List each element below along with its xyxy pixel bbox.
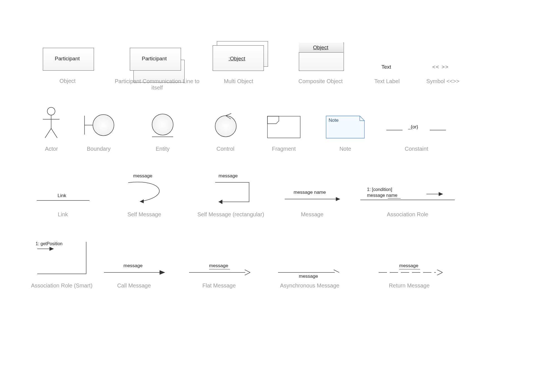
assocsmart-caption: Association Role (Smart) xyxy=(26,282,98,289)
assoc-underline xyxy=(388,198,401,199)
asyncmsg-caption: Asynchronous Message xyxy=(274,282,346,289)
svg-line-31 xyxy=(245,270,250,272)
svg-line-3 xyxy=(45,128,51,138)
callmsg-icon xyxy=(104,270,165,275)
object-caption: Object xyxy=(31,78,104,84)
selfrect-icon xyxy=(210,180,252,205)
note-text: Note xyxy=(329,118,339,123)
selfrect-caption: Self Message (rectangular) xyxy=(192,211,270,218)
entity-caption: Entity xyxy=(126,146,199,152)
flatmsg-icon xyxy=(189,270,250,275)
retmsg-underline xyxy=(399,269,420,269)
svg-marker-20 xyxy=(336,197,340,201)
svg-point-10 xyxy=(215,116,236,137)
fragment-icon xyxy=(267,116,301,138)
svg-line-4 xyxy=(51,128,57,138)
svg-marker-29 xyxy=(160,270,165,275)
message-text: message name xyxy=(294,190,326,195)
selfrect-caption-text: Self Message (rectangular) xyxy=(197,211,264,217)
entity-icon xyxy=(149,113,177,140)
control-icon xyxy=(212,113,240,138)
note-caption: Note xyxy=(309,146,381,152)
svg-line-11 xyxy=(226,113,231,116)
assoc-line2: message name xyxy=(367,193,397,198)
svg-marker-23 xyxy=(439,192,443,196)
symbol-text: << >> xyxy=(432,64,449,70)
svg-line-34 xyxy=(334,270,339,272)
selfmsg-caption: Self Message xyxy=(108,211,180,218)
svg-marker-27 xyxy=(49,247,54,251)
multi-caption: Multi Object xyxy=(202,78,275,85)
callmsg-caption: Call Message xyxy=(98,282,170,289)
svg-point-8 xyxy=(152,114,173,135)
svg-point-7 xyxy=(93,115,114,136)
diagram-canvas: Participant Object Participant Participa… xyxy=(0,0,556,392)
svg-marker-18 xyxy=(219,200,222,204)
link-text: Link xyxy=(58,193,66,199)
callmsg-text: message xyxy=(123,263,143,269)
boundary-icon xyxy=(82,113,116,138)
flatmsg-underline xyxy=(209,269,230,269)
selfmsg-icon xyxy=(123,180,170,205)
link-caption: Link xyxy=(27,211,99,218)
symbol-caption: Symbol <<>> xyxy=(407,78,479,85)
pcomm-caption-text: Participant Communication Line to itself xyxy=(115,78,200,91)
message-icon xyxy=(285,196,340,202)
comp-text: Object xyxy=(313,44,328,51)
retmsg-icon xyxy=(379,270,443,275)
svg-point-0 xyxy=(47,107,55,115)
assoc-line1: 1: [condition] xyxy=(367,187,392,192)
assoc-icon xyxy=(360,199,455,201)
constraint-caption: Constaint xyxy=(380,146,453,152)
flatmsg-text: message xyxy=(209,263,228,269)
link-icon xyxy=(37,200,90,201)
assoc-arrow-icon xyxy=(426,191,443,197)
message-caption: Message xyxy=(276,211,348,218)
flatmsg-caption: Flat Message xyxy=(183,282,255,289)
selfmsg-text: message xyxy=(133,173,152,179)
selfrect-text: message xyxy=(219,173,238,179)
constraint-text: _{or} xyxy=(408,124,418,130)
retmsg-caption: Return Message xyxy=(373,282,445,289)
actor-icon xyxy=(40,107,62,140)
asyncmsg-text: message xyxy=(299,274,318,279)
multi-text: :Object xyxy=(229,56,245,62)
retmsg-text: message xyxy=(399,263,418,269)
object-text: Participant xyxy=(55,56,80,62)
comp-caption: Composite Object xyxy=(284,78,357,85)
svg-line-37 xyxy=(437,272,443,275)
pcomm-caption: Participant Communication Line to itself xyxy=(111,78,203,91)
svg-marker-17 xyxy=(140,199,144,203)
assocsmart-icon xyxy=(34,242,87,275)
assocsmart-caption-text: Association Role (Smart) xyxy=(31,282,92,289)
pcomm-text: Participant xyxy=(142,56,167,62)
svg-rect-13 xyxy=(267,116,300,138)
svg-line-36 xyxy=(437,270,443,272)
assoc-caption: Association Role xyxy=(371,211,444,218)
svg-line-32 xyxy=(245,272,250,275)
symbol-caption-text: Symbol <<>> xyxy=(426,78,460,84)
boundary-caption: Boundary xyxy=(63,146,135,152)
tlabel-text: Text xyxy=(381,64,391,70)
assocsmart-text: 1: getPosition xyxy=(36,241,63,246)
